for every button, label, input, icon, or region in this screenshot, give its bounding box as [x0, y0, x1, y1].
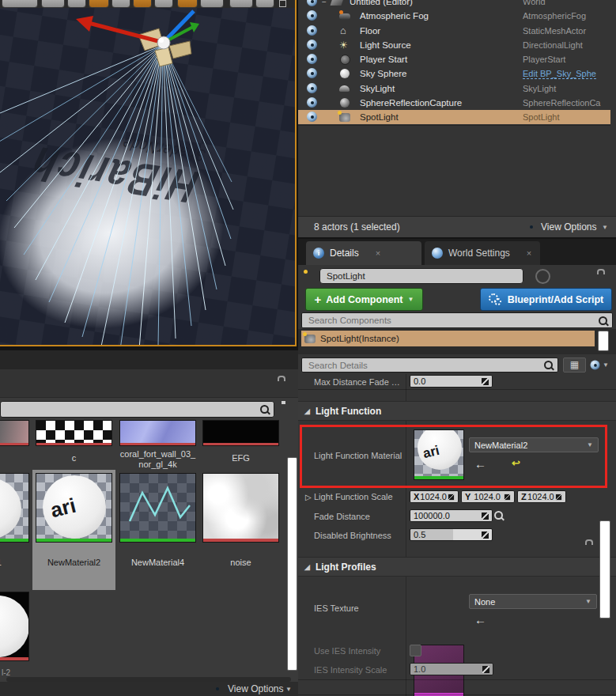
- visibility-eye-icon[interactable]: [307, 112, 317, 122]
- expander-icon[interactable]: −: [322, 0, 327, 6]
- component-row-spotlight-instance[interactable]: SpotLight(Instance): [301, 331, 595, 346]
- drag-corner-icon[interactable]: [482, 531, 489, 539]
- asset-label[interactable]: y: [0, 453, 29, 463]
- asset-label[interactable]: noise: [202, 558, 279, 568]
- drag-corner-icon[interactable]: [556, 494, 561, 499]
- help-icon[interactable]: [535, 269, 550, 284]
- content-search-field[interactable]: [0, 401, 274, 418]
- visibility-eye-icon[interactable]: [307, 0, 317, 6]
- asset-thumbnail-noise[interactable]: [202, 473, 279, 543]
- search-components-field[interactable]: [301, 312, 613, 328]
- maximize-viewport-icon[interactable]: [279, 0, 286, 7]
- visibility-eye-icon[interactable]: [307, 25, 317, 36]
- tab-world-settings[interactable]: World Settings ×: [425, 241, 540, 265]
- outliner-row-spotlight[interactable]: SpotLight SpotLight: [298, 110, 610, 124]
- outliner-row-player-start[interactable]: Player Start PlayerStart: [298, 52, 610, 66]
- scale-z-field[interactable]: Z 1024.0: [517, 490, 566, 503]
- drag-corner-icon[interactable]: [448, 494, 454, 499]
- components-scrollbar[interactable]: [598, 331, 609, 351]
- scale-snap-value-dropdown[interactable]: [200, 0, 224, 8]
- outliner-row-skylight[interactable]: SkyLight SkyLight: [298, 81, 610, 96]
- outliner-row-floor[interactable]: ⌂ Floor StaticMeshActor: [298, 24, 610, 38]
- asset-thumbnail[interactable]: [0, 592, 29, 661]
- outliner-row-world[interactable]: − Untitled (Editor) World: [298, 0, 610, 9]
- edit-blueprint-link[interactable]: Edit BP_Sky_Sphe: [523, 69, 596, 79]
- browse-asset-icon[interactable]: [494, 511, 503, 520]
- drag-corner-icon[interactable]: [505, 494, 510, 499]
- light-profiles-section-header[interactable]: ◢ Light Profiles: [298, 557, 616, 577]
- visibility-eye-icon[interactable]: [307, 40, 317, 50]
- viewport-options-button[interactable]: [2, 0, 38, 8]
- outliner-view-options-button[interactable]: View Options: [541, 221, 596, 233]
- light-function-material-dropdown[interactable]: NewMaterial2 ▼: [469, 437, 599, 452]
- drag-corner-icon[interactable]: [482, 513, 489, 520]
- fade-distance-field[interactable]: 100000.0: [410, 509, 493, 522]
- ies-intensity-scale-field[interactable]: 1.0: [410, 663, 493, 675]
- asset-label[interactable]: EFG: [202, 453, 279, 463]
- coord-system-button[interactable]: [67, 0, 86, 8]
- viewport-scene[interactable]: HiBarich ShaderNode: [0, 8, 295, 345]
- search-details-field[interactable]: [301, 357, 558, 373]
- close-tab-icon[interactable]: ×: [527, 248, 531, 258]
- content-search-input[interactable]: [6, 404, 260, 415]
- asset-thumbnail[interactable]: [0, 473, 29, 543]
- asset-label[interactable]: c: [36, 453, 112, 463]
- scale-x-field[interactable]: X 1024.0: [410, 490, 459, 503]
- camera-speed-button[interactable]: [229, 0, 253, 8]
- ies-texture-dropdown[interactable]: None ▼: [469, 594, 597, 609]
- max-distance-fade-field[interactable]: 0.0: [410, 375, 493, 388]
- asset-thumbnail[interactable]: [0, 420, 29, 446]
- property-column-divider[interactable]: [406, 374, 406, 696]
- asset-label-newmaterial2[interactable]: NewMaterial2: [36, 558, 112, 568]
- search-details-input[interactable]: [307, 360, 544, 371]
- tab-details[interactable]: i Details ×: [306, 241, 421, 265]
- asset-thumbnail-newmaterial2[interactable]: ari: [36, 473, 112, 543]
- scale-y-field[interactable]: Y 1024.0: [461, 490, 515, 503]
- rotation-snap-button[interactable]: [133, 0, 152, 8]
- details-view-options-button[interactable]: ▼: [590, 357, 612, 373]
- outliner-row-sphere-reflection-capture[interactable]: SphereReflectionCapture SphereReflection…: [298, 96, 610, 110]
- visibility-eye-icon[interactable]: [307, 97, 317, 108]
- disabled-brightness-field[interactable]: 0.5: [410, 528, 493, 541]
- light-function-material-thumbnail[interactable]: ari: [414, 429, 464, 480]
- actor-name-input[interactable]: [325, 270, 518, 282]
- transform-tool-button[interactable]: [41, 0, 65, 8]
- drag-corner-icon[interactable]: [482, 378, 489, 385]
- grid-snap-value-dropdown[interactable]: [111, 0, 130, 8]
- blueprint-add-script-button[interactable]: Blueprint/Add Script: [480, 288, 612, 311]
- content-view-options-button[interactable]: View Options: [228, 683, 283, 694]
- asset-thumbnail[interactable]: [36, 420, 112, 446]
- asset-label[interactable]: NewMaterial4: [119, 558, 196, 568]
- reset-to-default-icon[interactable]: ↩: [512, 457, 520, 469]
- use-ies-intensity-checkbox[interactable]: [410, 645, 421, 656]
- asset-label[interactable]: erial1: [0, 558, 29, 568]
- details-scrollbar[interactable]: [599, 520, 610, 618]
- camera-speed-value-dropdown[interactable]: [255, 0, 274, 8]
- property-matrix-button[interactable]: ▦: [563, 357, 586, 373]
- light-function-section-header[interactable]: ◢ Light Function: [298, 401, 616, 421]
- asset-thumbnail[interactable]: [202, 420, 279, 446]
- use-selected-asset-icon[interactable]: ←: [474, 613, 486, 626]
- actor-name-field[interactable]: [319, 268, 523, 284]
- search-components-input[interactable]: [307, 315, 599, 326]
- asset-thumbnail-newmaterial4[interactable]: [119, 473, 196, 543]
- rotation-snap-value-dropdown[interactable]: [154, 0, 173, 8]
- level-viewport[interactable]: HiBarich ShaderNode: [0, 0, 297, 346]
- outliner-row-light-source[interactable]: ☀ Light Source DirectionalLight: [298, 38, 610, 52]
- visibility-eye-icon[interactable]: [307, 54, 317, 64]
- grid-snap-button[interactable]: [89, 0, 109, 8]
- collapsed-triangle-icon[interactable]: ▷: [305, 493, 312, 501]
- transform-gizmo[interactable]: [0, 8, 295, 95]
- use-selected-asset-icon[interactable]: ←: [474, 457, 486, 471]
- asset-label[interactable]: coral_fort_wall_03_nor_gl_4k: [119, 449, 196, 470]
- visibility-eye-icon[interactable]: [307, 83, 317, 93]
- add-component-button[interactable]: + Add Component ▼: [305, 288, 423, 311]
- asset-thumbnail[interactable]: [119, 420, 196, 446]
- outliner-row-sky-sphere[interactable]: Sky Sphere Edit BP_Sky_Sphe: [298, 66, 610, 81]
- visibility-eye-icon[interactable]: [307, 10, 317, 21]
- content-browser-scrollbar[interactable]: [287, 457, 297, 671]
- drag-corner-icon[interactable]: [482, 666, 489, 673]
- outliner-row-atmospheric-fog[interactable]: Atmospheric Fog AtmosphericFog: [298, 9, 610, 23]
- close-tab-icon[interactable]: ×: [376, 248, 380, 258]
- visibility-eye-icon[interactable]: [307, 68, 317, 78]
